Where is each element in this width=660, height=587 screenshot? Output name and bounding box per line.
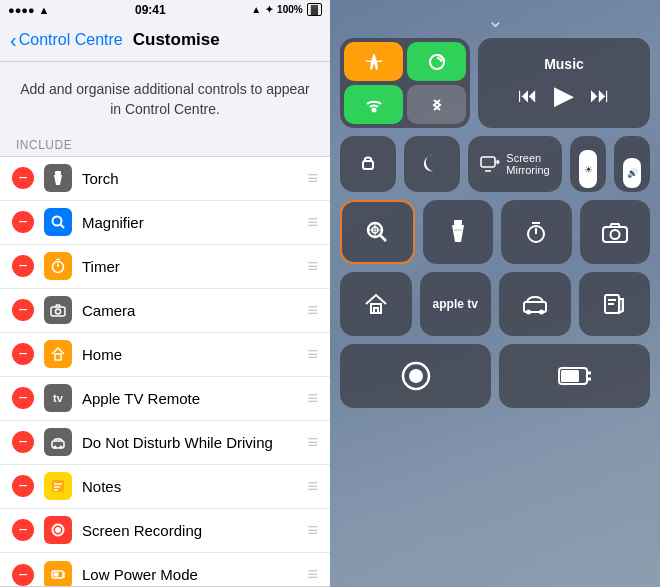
brightness-slider[interactable]: ☀ xyxy=(570,136,606,192)
screen-recording-label: Screen Recording xyxy=(82,522,307,539)
bluetooth-button[interactable] xyxy=(407,85,466,124)
appletv-cc-button[interactable]: apple tv xyxy=(420,272,492,336)
svg-point-44 xyxy=(539,310,544,315)
notes-label: Notes xyxy=(82,478,307,495)
remove-button-screen-recording[interactable]: − xyxy=(12,519,34,541)
svg-point-11 xyxy=(54,446,57,449)
svg-line-29 xyxy=(380,235,386,241)
appletv-label: apple tv xyxy=(433,297,478,311)
prev-button[interactable]: ⏮ xyxy=(518,84,538,107)
dnd-driving-label: Do Not Disturb While Driving xyxy=(82,434,307,451)
drag-handle[interactable]: ≡ xyxy=(307,388,318,409)
chevron-left-icon: ‹ xyxy=(10,29,17,52)
included-controls-list: − Torch ≡ − Magnifier ≡ − xyxy=(0,156,330,587)
remove-button-timer[interactable]: − xyxy=(12,255,34,277)
remove-button-torch[interactable]: − xyxy=(12,167,34,189)
svg-rect-9 xyxy=(55,354,61,360)
list-item: − Home ≡ xyxy=(0,333,330,377)
music-title: Music xyxy=(544,56,584,72)
remove-button-low-power[interactable]: − xyxy=(12,564,34,586)
volume-slider[interactable]: 🔊 xyxy=(614,136,650,192)
drag-handle[interactable]: ≡ xyxy=(307,344,318,365)
do-not-disturb-button[interactable] xyxy=(404,136,460,192)
list-item: − Timer ≡ xyxy=(0,245,330,289)
remove-button-apple-tv[interactable]: − xyxy=(12,387,34,409)
svg-marker-1 xyxy=(54,175,62,185)
status-bar: ●●●● ▲ 09:41 ▲ ✦ 100% ▓ xyxy=(0,0,330,20)
cellular-button[interactable] xyxy=(407,42,466,81)
drag-handle[interactable]: ≡ xyxy=(307,520,318,541)
signal-bars: ●●●● xyxy=(8,4,35,16)
timer-icon xyxy=(44,252,72,280)
remove-button-camera[interactable]: − xyxy=(12,299,34,321)
next-button[interactable]: ⏭ xyxy=(590,84,610,107)
svg-rect-53 xyxy=(561,370,579,382)
status-signal: ●●●● ▲ xyxy=(8,4,49,16)
list-item: − Camera ≡ xyxy=(0,289,330,333)
cc-content: ⌄ xyxy=(330,0,660,587)
camera-label: Camera xyxy=(82,302,307,319)
screen-mirroring-button[interactable]: Screen Mirroring xyxy=(468,136,562,192)
wifi-button[interactable] xyxy=(344,85,403,124)
low-power-icon xyxy=(44,561,72,587)
drag-handle[interactable]: ≡ xyxy=(307,256,318,277)
timer-label: Timer xyxy=(82,258,307,275)
remove-button-magnifier[interactable]: − xyxy=(12,211,34,233)
camera-cc-button[interactable] xyxy=(580,200,651,264)
drag-handle[interactable]: ≡ xyxy=(307,564,318,585)
section-label: INCLUDE xyxy=(0,132,330,156)
drag-handle[interactable]: ≡ xyxy=(307,168,318,189)
airplane-mode-button[interactable] xyxy=(344,42,403,81)
torch-label: Torch xyxy=(82,170,307,187)
car-cc-button[interactable] xyxy=(499,272,571,336)
wifi-icon: ▲ xyxy=(39,4,50,16)
music-controls: ⏮ ▶ ⏭ xyxy=(518,80,610,111)
homekit-cc-button[interactable] xyxy=(340,272,412,336)
screen-record-cc-button[interactable] xyxy=(340,344,491,408)
drag-handle[interactable]: ≡ xyxy=(307,432,318,453)
camera-icon xyxy=(44,296,72,324)
cc-grid: Music ⏮ ▶ ⏭ xyxy=(340,38,650,408)
play-button[interactable]: ▶ xyxy=(554,80,574,111)
screen-recording-icon xyxy=(44,516,72,544)
back-button[interactable]: ‹ Control Centre xyxy=(10,29,123,52)
flashlight-cc-button[interactable] xyxy=(423,200,494,264)
status-right: ▲ ✦ 100% ▓ xyxy=(251,3,322,16)
drag-handle[interactable]: ≡ xyxy=(307,300,318,321)
cc-row-2: Screen Mirroring ☀ 🔊 xyxy=(340,136,650,192)
nav-bar: ‹ Control Centre Customise xyxy=(0,20,330,63)
rotation-lock-button[interactable] xyxy=(340,136,396,192)
svg-point-2 xyxy=(53,217,62,226)
svg-rect-25 xyxy=(363,161,373,169)
home-icon xyxy=(44,340,72,368)
battery-icon: ▓ xyxy=(307,3,322,16)
svg-marker-33 xyxy=(452,225,464,242)
notes-icon xyxy=(44,472,72,500)
description-text: Add and organise additional controls to … xyxy=(0,62,330,131)
cc-row-1: Music ⏮ ▶ ⏭ xyxy=(340,38,650,128)
battery-cc-button[interactable] xyxy=(499,344,650,408)
svg-rect-22 xyxy=(54,572,59,576)
remove-button-home[interactable]: − xyxy=(12,343,34,365)
cc-row-4: apple tv xyxy=(340,272,650,336)
drag-handle[interactable]: ≡ xyxy=(307,476,318,497)
remove-button-notes[interactable]: − xyxy=(12,475,34,497)
apple-tv-icon: tv xyxy=(44,384,72,412)
timer-cc-button[interactable] xyxy=(501,200,572,264)
drag-handle[interactable]: ≡ xyxy=(307,212,318,233)
edit-cc-button[interactable] xyxy=(579,272,651,336)
svg-rect-0 xyxy=(55,171,61,175)
list-item: − tv Apple TV Remote ≡ xyxy=(0,377,330,421)
remove-button-dnd[interactable]: − xyxy=(12,431,34,453)
svg-rect-41 xyxy=(374,308,378,313)
music-block[interactable]: Music ⏮ ▶ ⏭ xyxy=(478,38,650,128)
left-panel: ●●●● ▲ 09:41 ▲ ✦ 100% ▓ ‹ Control Centre… xyxy=(0,0,330,587)
list-item: − Do Not Disturb While Driving ≡ xyxy=(0,421,330,465)
magnifier-cc-button[interactable] xyxy=(340,200,415,264)
list-item: − Screen Recording ≡ xyxy=(0,509,330,553)
svg-rect-32 xyxy=(454,220,462,225)
dnd-driving-icon xyxy=(44,428,72,456)
control-centre-panel: ⌄ xyxy=(330,0,660,587)
svg-line-3 xyxy=(61,225,65,229)
svg-point-18 xyxy=(55,527,61,533)
